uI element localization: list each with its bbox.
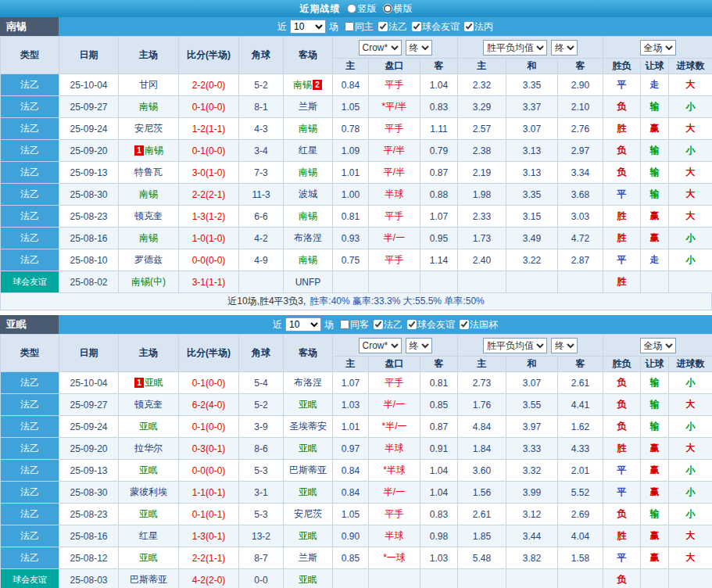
away-team-cell: 南锡 (284, 118, 333, 140)
match-date: 25-08-16 (59, 525, 119, 547)
team-label: 巴斯蒂亚 (289, 464, 327, 475)
filter-checkbox-2[interactable]: 球会友谊 (404, 318, 455, 332)
team-label: 亚眠 (299, 399, 317, 410)
match-score: 0-1(0-0) (179, 372, 239, 394)
avg-group-header: 胜平负均值 终 (458, 37, 603, 59)
handicap-line: 平手 (369, 74, 420, 96)
filter-checkbox-label: 球会友谊 (417, 318, 455, 332)
handicap-result: 输 (641, 394, 669, 416)
match-count-select[interactable]: 10 (285, 317, 321, 332)
scope-select[interactable]: 全场 (640, 338, 676, 353)
checkbox-input[interactable] (345, 22, 354, 31)
sub-col-handicap: 盘口 (369, 59, 420, 74)
win-draw-loss: 胜 (603, 438, 641, 460)
filter-checkbox-label: 法丙 (474, 20, 493, 34)
win-draw-loss: 胜 (603, 271, 641, 293)
filter-bar: 近 10 场 同客法乙球会友谊法国杯 (59, 315, 712, 334)
goals-result: 大 (669, 438, 712, 460)
away-team-cell: 圣埃蒂安 (284, 416, 333, 438)
match-row: 法乙25-09-20拉华尔0-3(0-1)8-6亚眠0.97半球0.911.84… (1, 438, 712, 460)
avg-odds-select[interactable]: 胜平负均值 (483, 338, 547, 353)
avg-odds-value: 1.73 (458, 228, 506, 249)
filter-checkbox-1[interactable]: 法乙 (375, 20, 407, 34)
odds-source-select[interactable]: Crow* (359, 338, 402, 353)
match-date: 25-08-10 (59, 249, 119, 271)
match-score: 6-2(4-0) (179, 394, 239, 416)
handicap-line: 半球 (369, 525, 420, 547)
avg-odds-value: 2.69 (558, 504, 603, 525)
team-label: 安尼茨 (294, 508, 322, 519)
avg-odds-value: 2.01 (558, 460, 603, 482)
odds-source-select[interactable]: Crow* (359, 40, 402, 56)
vertical-layout-radio[interactable] (347, 4, 356, 13)
avg-odds-value: 3.22 (506, 249, 558, 271)
win-draw-loss: 平 (603, 184, 641, 206)
filter-checkbox-3[interactable]: 法国杯 (456, 318, 498, 332)
team-label: 亚眠 (299, 486, 317, 497)
avg-odds-value: 3.82 (506, 547, 558, 569)
win-draw-loss: 胜 (603, 525, 641, 547)
filter-checkbox-0[interactable]: 同主 (342, 20, 374, 34)
avg-odds-value (458, 271, 506, 293)
final-avg-select[interactable]: 终 (551, 40, 578, 56)
team-name: 南锡 (0, 17, 59, 36)
final-odds-select[interactable]: 终 (406, 338, 432, 353)
final-odds-select[interactable]: 终 (406, 40, 432, 56)
team-label: 亚眠 (299, 443, 317, 454)
filter-bar: 近 10 场 同主法乙球会友谊法丙 (59, 17, 712, 36)
checkbox-input[interactable] (412, 22, 421, 31)
odds-value: 1.05 (333, 96, 369, 118)
checkbox-input[interactable] (340, 320, 349, 329)
col-type: 类型 (1, 335, 59, 372)
checkbox-input[interactable] (460, 320, 469, 329)
final-avg-select[interactable]: 终 (551, 338, 578, 353)
away-team-cell: 兰斯 (284, 96, 333, 118)
match-row: 法乙25-09-13特鲁瓦3-0(1-0)7-3南锡1.01平/半0.872.1… (1, 162, 712, 184)
team-label: 安尼茨 (134, 123, 163, 134)
checkbox-input[interactable] (378, 22, 388, 31)
scope-select[interactable]: 全场 (640, 40, 676, 56)
match-score: 1-3(1-2) (179, 206, 239, 228)
odds-value: 0.75 (333, 249, 369, 271)
filter-checkboxes: 同客法乙球会友谊法国杯 (337, 318, 498, 332)
home-team-cell: 亚眠 (119, 460, 179, 482)
checkbox-input[interactable] (407, 320, 417, 329)
match-date: 25-09-24 (59, 118, 119, 140)
avg-odds-value: 4.04 (558, 525, 603, 547)
match-count-select[interactable]: 10 (290, 20, 326, 34)
avg-odds-value: 1.62 (558, 416, 603, 438)
filter-checkbox-label: 同客 (350, 318, 369, 332)
match-type: 法乙 (1, 118, 59, 140)
odds-value: 0.81 (333, 206, 369, 228)
odds-value: 1.05 (333, 504, 369, 525)
away-team-cell: 南锡 (284, 249, 333, 271)
sub-col-away-odds: 客 (420, 59, 458, 74)
match-type: 球会友谊 (1, 569, 59, 588)
checkbox-input[interactable] (374, 320, 383, 329)
filter-checkbox-2[interactable]: 球会友谊 (409, 20, 460, 34)
match-type: 法乙 (1, 525, 59, 547)
filter-checkbox-1[interactable]: 法乙 (370, 318, 403, 332)
summary-stats: 胜率:40% 赢率:33.3% 大:55.5% 单率:50% (309, 295, 484, 308)
horizontal-layout-radio[interactable] (383, 4, 392, 13)
avg-odds-value: 3.37 (506, 96, 558, 118)
sub-col-home-odds: 主 (333, 357, 369, 372)
col-score: 比分(半场) (179, 335, 239, 372)
odds-value (333, 569, 369, 588)
match-score: 2-2(2-1) (179, 184, 239, 206)
goals-result: 大 (669, 74, 712, 96)
corner-score: 0-0 (239, 569, 284, 588)
avg-odds-select[interactable]: 胜平负均值 (483, 40, 547, 56)
layout-option-horizontal[interactable]: 横版 (383, 2, 413, 16)
layout-option-vertical[interactable]: 竖版 (347, 2, 377, 16)
handicap-result: 输 (641, 372, 669, 394)
filter-checkbox-3[interactable]: 法丙 (461, 20, 493, 34)
filter-checkbox-0[interactable]: 同客 (337, 318, 369, 332)
checkbox-input[interactable] (464, 22, 474, 31)
avg-odds-value: 3.13 (506, 162, 558, 184)
vertical-layout-label: 竖版 (358, 2, 377, 16)
match-score: 0-0(0-0) (179, 249, 239, 271)
win-draw-loss: 平 (603, 547, 641, 569)
team-label: 南锡 (139, 101, 158, 112)
win-draw-loss: 负 (603, 96, 641, 118)
